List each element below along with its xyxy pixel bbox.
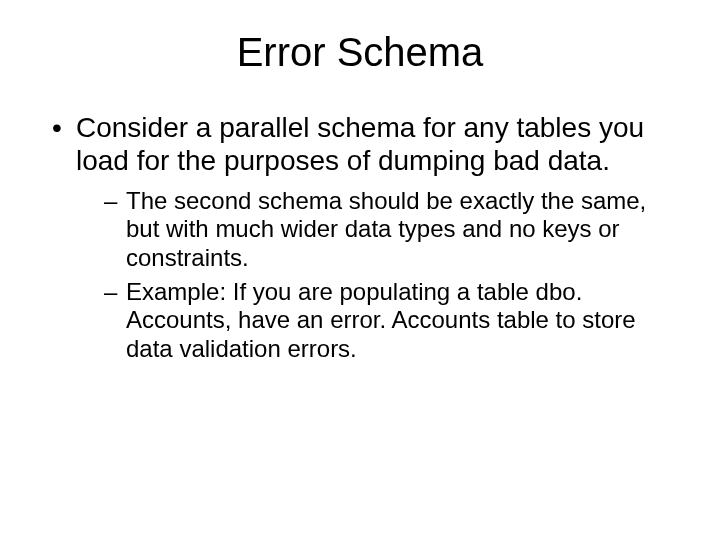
bullet-list-level2: The second schema should be exactly the … xyxy=(76,187,682,363)
bullet-text: Consider a parallel schema for any table… xyxy=(76,112,644,176)
slide-title: Error Schema xyxy=(30,30,690,75)
slide: Error Schema Consider a parallel schema … xyxy=(0,0,720,540)
bullet-list-level1: Consider a parallel schema for any table… xyxy=(30,111,690,363)
sub-bullet-item: Example: If you are populating a table d… xyxy=(104,278,682,363)
sub-bullet-item: The second schema should be exactly the … xyxy=(104,187,682,272)
bullet-item: Consider a parallel schema for any table… xyxy=(48,111,682,363)
sub-bullet-text: Example: If you are populating a table d… xyxy=(126,278,636,362)
sub-bullet-text: The second schema should be exactly the … xyxy=(126,187,646,271)
